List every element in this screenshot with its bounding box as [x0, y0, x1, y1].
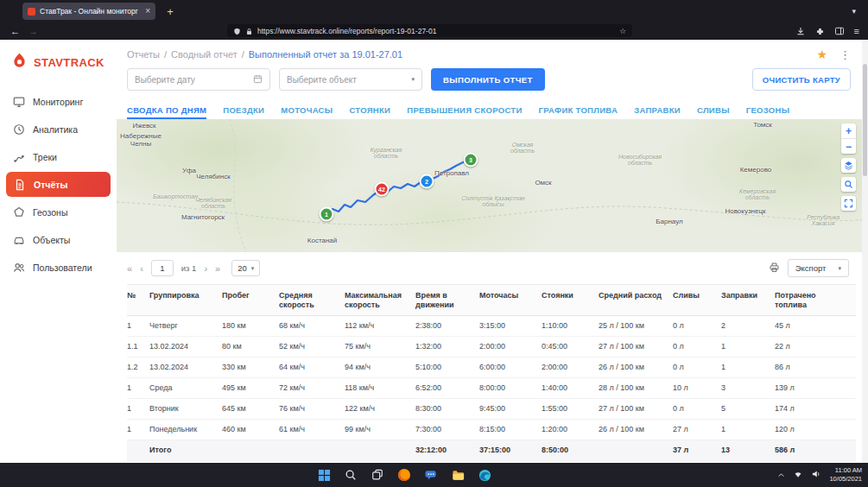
tab-engine-hours[interactable]: МОТОЧАСЫ [281, 105, 333, 119]
menu-hamburger-icon[interactable]: ≡ [854, 27, 859, 36]
start-button[interactable] [314, 465, 334, 485]
map-marker[interactable]: 2 [420, 174, 434, 189]
network-wifi-icon[interactable] [793, 467, 803, 483]
table-cell: 1:10:00 [542, 316, 599, 337]
app-logo[interactable]: STAVTRACK [0, 40, 117, 87]
sidebar-item-label: Объекты [33, 235, 70, 245]
tab-summary-by-days[interactable]: СВОДКА ПО ДНЯМ [127, 105, 206, 119]
map[interactable]: ИжевскНабережные ЧелныУфаБашкортостанЧел… [117, 119, 868, 252]
kebab-menu-icon[interactable]: ⋮ [839, 48, 851, 61]
teams-chat-icon[interactable] [421, 465, 441, 485]
map-marker[interactable]: 3 [464, 153, 478, 168]
table-total-cell [345, 440, 415, 461]
sidebar-item-tracks[interactable]: Треки [0, 143, 117, 170]
table-cell: 64 км/ч [279, 357, 345, 378]
file-explorer-icon[interactable] [447, 465, 468, 485]
analytics-icon [12, 123, 25, 136]
table-cell: 0 л [673, 399, 721, 420]
edge-icon[interactable] [474, 465, 495, 485]
next-page-button[interactable]: › [204, 263, 207, 274]
table-cell: 2:00:00 [479, 337, 542, 357]
pagination: « ‹ 1 из 1 › » 20 ▾ Экспорт ▾ [117, 252, 868, 282]
page-scrollbar[interactable] [862, 40, 868, 463]
table-cell: 1.2 [127, 357, 149, 378]
tab-trips[interactable]: ПОЕЗДКИ [223, 105, 264, 119]
shield-icon [233, 23, 241, 39]
column-header: Максимальная скорость [345, 285, 415, 316]
sidebar-item-objects[interactable]: Объекты [0, 226, 117, 253]
clear-map-button[interactable]: ОЧИСТИТЬ КАРТУ [752, 68, 851, 91]
tab-refuels[interactable]: ЗАПРАВКИ [634, 105, 681, 119]
sidebar-item-monitoring[interactable]: Мониторинг [0, 88, 117, 115]
table-cell: 52 км/ч [279, 337, 345, 357]
first-page-button[interactable]: « [127, 263, 132, 274]
tab-geozones[interactable]: ГЕОЗОНЫ [746, 105, 790, 119]
url-input[interactable]: https://www.stavtrack.online/reports/rep… [227, 24, 632, 37]
table-cell: 9:45:00 [479, 399, 542, 420]
sidebar-nav: МониторингАналитикаТрекиОтчётыГеозоныОбъ… [0, 88, 117, 281]
layers-button[interactable] [841, 158, 856, 173]
zoom-in-button[interactable]: + [841, 123, 856, 139]
back-button[interactable]: ← [10, 26, 20, 36]
table-cell: 3 [721, 378, 775, 399]
run-report-button[interactable]: ВЫПОЛНИТЬ ОТЧЕТ [431, 68, 545, 91]
map-marker[interactable]: 42 [375, 182, 390, 197]
browser-tab-bar: СтавТрак - Онлайн мониторг × + ▾ [0, 0, 868, 22]
tab-close-icon[interactable]: × [145, 7, 150, 16]
task-view-icon[interactable] [367, 465, 388, 485]
firefox-icon[interactable] [394, 465, 415, 485]
new-tab-button[interactable]: + [162, 5, 178, 18]
table-cell: 3:15:00 [479, 316, 542, 337]
scrollbar-thumb[interactable] [863, 64, 867, 176]
download-icon[interactable] [795, 26, 806, 36]
clock-date: 10/05/2021 [829, 475, 862, 484]
sidebar-item-label: Аналитика [33, 124, 78, 135]
date-picker-input[interactable]: Выберите дату [127, 68, 270, 91]
column-header: Заправки [721, 285, 775, 316]
volume-icon[interactable] [811, 467, 821, 483]
taskbar-clock[interactable]: 11:00 AM 10/05/2021 [829, 466, 862, 484]
table-cell: 1 [721, 337, 775, 357]
prev-page-button[interactable]: ‹ [140, 263, 143, 274]
table-cell: 5:10:00 [415, 357, 479, 378]
route-polyline [326, 160, 471, 214]
export-select[interactable]: Экспорт ▾ [788, 259, 849, 277]
bookmark-star-icon[interactable]: ☆ [619, 27, 626, 35]
browser-tab[interactable]: СтавТрак - Онлайн мониторг × [22, 3, 155, 20]
tab-overflow-chevron-icon[interactable]: ▾ [852, 7, 856, 16]
forward-button[interactable]: → [29, 26, 38, 36]
last-page-button[interactable]: » [215, 263, 220, 274]
object-select[interactable]: Выберите объект ▾ [279, 68, 422, 91]
sidebar-item-reports[interactable]: Отчёты [6, 172, 111, 197]
tab-parkings[interactable]: СТОЯНКИ [349, 105, 390, 119]
sidebar-item-users[interactable]: Пользователи [0, 254, 117, 281]
table-cell: 94 км/ч [345, 357, 415, 378]
tray-chevron-icon[interactable] [777, 467, 785, 483]
tab-speeding[interactable]: ПРЕВЫШЕНИЯ СКОРОСТИ [407, 105, 522, 119]
favorite-star-icon[interactable]: ★ [816, 47, 827, 61]
table-total-cell: 13 [721, 440, 775, 461]
page-size-select[interactable]: 20 ▾ [231, 260, 260, 276]
sidebar-item-analytics[interactable]: Аналитика [0, 116, 117, 142]
sidebar-panel-icon[interactable] [834, 26, 845, 36]
taskbar-search-icon[interactable] [340, 465, 361, 485]
tab-drains[interactable]: СЛИВЫ [697, 105, 730, 119]
breadcrumb-summary-report[interactable]: Сводный отчет [171, 49, 238, 60]
breadcrumb-reports[interactable]: Отчеты [127, 49, 160, 60]
table-cell: 120 л [775, 420, 856, 440]
app-logo-text: STAVTRACK [34, 56, 105, 69]
column-header: Группировка [149, 285, 222, 316]
sidebar-item-label: Отчёты [34, 180, 67, 190]
table-total-cell: Итого [149, 440, 222, 461]
print-button[interactable] [769, 262, 780, 275]
tab-fuel-chart[interactable]: ГРАФИК ТОПЛИВА [539, 105, 618, 119]
page-number-input[interactable]: 1 [151, 260, 174, 276]
extensions-puzzle-icon[interactable] [815, 27, 825, 36]
column-header: Сливы [673, 285, 721, 316]
map-search-button[interactable] [841, 177, 856, 192]
objects-icon [12, 233, 25, 246]
zoom-out-button[interactable]: − [841, 139, 856, 154]
fullscreen-button[interactable] [841, 196, 856, 211]
sidebar-item-geozones[interactable]: Геозоны [0, 199, 117, 225]
map-marker[interactable]: 1 [320, 207, 334, 222]
